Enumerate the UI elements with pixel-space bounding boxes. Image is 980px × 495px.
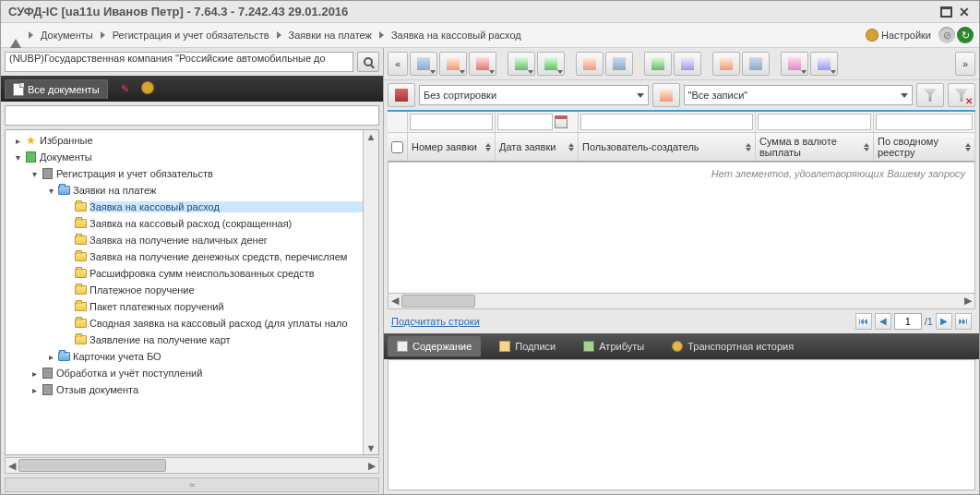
maximize-button[interactable] — [938, 6, 953, 18]
filter-sum-input[interactable] — [758, 114, 871, 130]
org-lookup-button[interactable] — [357, 52, 379, 72]
pager-last[interactable]: ⏭ — [955, 313, 972, 330]
count-rows-link[interactable]: Подсчитать строки — [391, 316, 480, 327]
crumb-sep-icon[interactable] — [101, 31, 105, 39]
detail-panel — [388, 359, 975, 491]
tree-documents[interactable]: Документы — [40, 151, 376, 163]
home-icon[interactable] — [6, 26, 25, 41]
crumb-payment-requests[interactable]: Заявки на платеж — [285, 28, 376, 42]
prohibit-icon[interactable]: ⊘ — [938, 27, 955, 43]
tree-item[interactable]: Пакет платежных поручений — [90, 301, 376, 312]
collapse-icon[interactable]: ▾ — [30, 169, 39, 179]
pager-next[interactable]: ▶ — [936, 313, 952, 330]
tree-vscroll[interactable]: ▲▼ — [363, 130, 378, 454]
tab-attributes[interactable]: Атрибуты — [574, 336, 653, 356]
refresh-icon[interactable]: ↻ — [957, 27, 974, 43]
pager-first[interactable]: ⏮ — [855, 313, 872, 330]
toolbar-button[interactable] — [742, 52, 770, 76]
archive-icon[interactable] — [388, 83, 415, 107]
tree-item[interactable]: Платежное поручение — [90, 284, 376, 296]
crumb-registration[interactable]: Регистрация и учет обязательств — [109, 28, 273, 42]
tree-payment-requests[interactable]: Заявки на платеж — [73, 185, 376, 196]
folder-icon — [74, 200, 87, 213]
content-icon — [397, 341, 408, 352]
tab-signatures[interactable]: Подписи — [490, 336, 565, 356]
folder-icon — [57, 350, 70, 363]
crumb-cash-expense[interactable]: Заявка на кассовый расход — [388, 28, 525, 42]
filter-registry-input[interactable] — [876, 114, 973, 130]
import-button[interactable] — [508, 52, 535, 76]
export-button[interactable] — [537, 52, 565, 76]
data-grid[interactable]: Нет элементов, удовлетворяющих Вашему за… — [388, 162, 975, 294]
scroll-right-button[interactable]: » — [955, 52, 975, 76]
folder-icon — [74, 317, 87, 330]
toolbar-button[interactable] — [469, 52, 496, 76]
tree-item[interactable]: Заявка на получение денежных средств, пе… — [90, 251, 376, 262]
pager-page-input[interactable] — [894, 313, 922, 330]
toolbar-button[interactable] — [674, 52, 701, 76]
navigation-tree[interactable]: ▸★Избранные ▾Документы ▾Регистрация и уч… — [5, 129, 379, 455]
organization-field[interactable]: (NUBP)Государственная компания "Российск… — [5, 52, 353, 72]
folder-icon — [74, 300, 87, 313]
filter-number-input[interactable] — [410, 114, 493, 130]
tree-item[interactable]: Заявка на получение наличных денег — [90, 235, 376, 246]
tab-content[interactable]: Содержание — [388, 336, 481, 356]
crumb-sep-icon[interactable] — [379, 31, 384, 39]
toolbar-button[interactable] — [576, 52, 604, 76]
tree-item[interactable]: Заявка на кассовый расход (сокращенная) — [90, 218, 376, 229]
toolbar-button[interactable] — [712, 52, 740, 76]
home-icon[interactable] — [652, 83, 680, 107]
toolbar-button[interactable] — [781, 52, 808, 76]
grid-hscroll[interactable]: ◀▶ — [388, 294, 975, 309]
filter-dropdown[interactable]: "Все записи" — [684, 85, 914, 105]
tree-kbo[interactable]: Карточки учета БО — [73, 351, 376, 362]
edit-icon[interactable]: ✎ — [121, 83, 129, 95]
tree-registration[interactable]: Регистрация и учет обязательств — [56, 168, 376, 179]
crumb-sep-icon[interactable] — [29, 31, 33, 39]
tree-recall[interactable]: Отзыв документа — [56, 384, 376, 395]
collapse-icon[interactable]: ▾ — [46, 186, 55, 196]
gear-icon[interactable] — [142, 82, 153, 95]
col-user[interactable]: Пользователь-создатель — [579, 133, 756, 161]
filter-user-input[interactable] — [580, 114, 753, 130]
tree-cash-expense[interactable]: Заявка на кассовый расход — [90, 201, 376, 212]
close-button[interactable]: ✕ — [957, 6, 972, 18]
tree-favorites[interactable]: Избранные — [40, 135, 376, 146]
tree-item[interactable]: Расшифровка сумм неиспользованных средст… — [90, 268, 376, 279]
expand-icon[interactable]: ▸ — [13, 136, 22, 146]
tree-hscroll[interactable]: ◀▶ — [5, 457, 379, 474]
collapse-handle[interactable]: ≈ — [5, 477, 379, 492]
clear-filter-button[interactable]: ✕ — [948, 83, 975, 107]
crumb-documents[interactable]: Документы — [37, 28, 97, 42]
select-all-checkbox[interactable] — [388, 133, 408, 161]
toolbar-button[interactable] — [644, 52, 672, 76]
toolbar-button[interactable] — [605, 52, 633, 76]
pager-prev[interactable]: ◀ — [875, 313, 891, 330]
crumb-sep-icon[interactable] — [277, 31, 281, 39]
expand-icon[interactable]: ▸ — [30, 385, 39, 395]
col-date[interactable]: Дата заявки — [496, 133, 579, 161]
filter-date-input[interactable] — [497, 114, 553, 130]
col-sum[interactable]: Сумма в валюте выплаты — [756, 133, 874, 161]
settings-link[interactable]: Настройки — [881, 30, 931, 41]
documents-icon — [24, 151, 37, 163]
tab-transport[interactable]: Транспортная история — [663, 336, 803, 356]
tree-search-input[interactable] — [5, 105, 379, 126]
sort-dropdown[interactable]: Без сортировки — [419, 85, 649, 105]
toolbar-button[interactable] — [410, 52, 437, 76]
col-number[interactable]: Номер заявки — [408, 133, 496, 161]
toolbar-button[interactable] — [810, 52, 838, 76]
tree-item[interactable]: Заявление на получение карт — [90, 334, 376, 345]
col-registry[interactable]: По сводному реестру — [874, 133, 975, 161]
collapse-icon[interactable]: ▾ — [13, 152, 22, 163]
tree-processing[interactable]: Обработка и учёт поступлений — [56, 368, 376, 379]
tree-item[interactable]: Сводная заявка на кассовый расход (для у… — [90, 318, 376, 329]
calendar-icon[interactable] — [555, 115, 568, 128]
expand-icon[interactable]: ▸ — [30, 368, 39, 379]
toolbar-button[interactable] — [439, 52, 467, 76]
scroll-left-button[interactable]: « — [388, 52, 408, 76]
filter-icon — [924, 89, 937, 102]
expand-icon[interactable]: ▸ — [46, 352, 55, 362]
tab-all-documents[interactable]: Все документы — [5, 79, 108, 99]
filter-button[interactable] — [916, 83, 944, 107]
